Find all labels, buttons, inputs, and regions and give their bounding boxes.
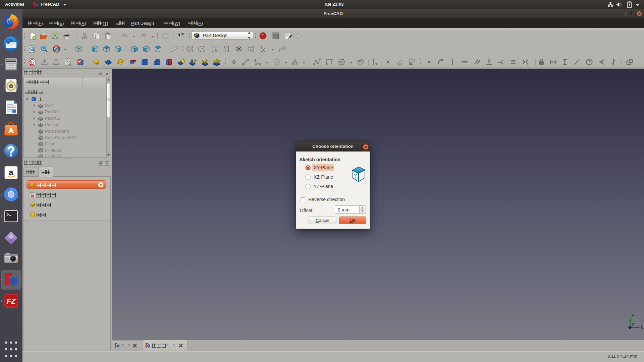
svg-text:Fillet002: Fillet002	[45, 154, 61, 158]
svg-text:Pad001: Pad001	[45, 109, 60, 114]
svg-text:Pad: Pad	[45, 103, 53, 108]
svg-text:Z: Z	[632, 323, 634, 327]
svg-text:Fillet: Fillet	[45, 141, 54, 146]
svg-text:FZ: FZ	[7, 297, 16, 305]
svg-text:Pocket: Pocket	[45, 122, 58, 127]
svg-text:Fillet001: Fillet001	[45, 148, 61, 153]
svg-text:PolarPattern001: PolarPattern001	[45, 135, 76, 140]
svg-text:a: a	[9, 168, 13, 177]
svg-text:Part Design: Part Design	[203, 33, 227, 38]
svg-text:Y: Y	[632, 314, 634, 319]
svg-text:X: X	[641, 325, 643, 330]
svg-text:Pad002: Pad002	[45, 116, 60, 121]
svg-text:1: 1	[39, 97, 42, 102]
svg-text:PolarPattern: PolarPattern	[45, 129, 69, 134]
